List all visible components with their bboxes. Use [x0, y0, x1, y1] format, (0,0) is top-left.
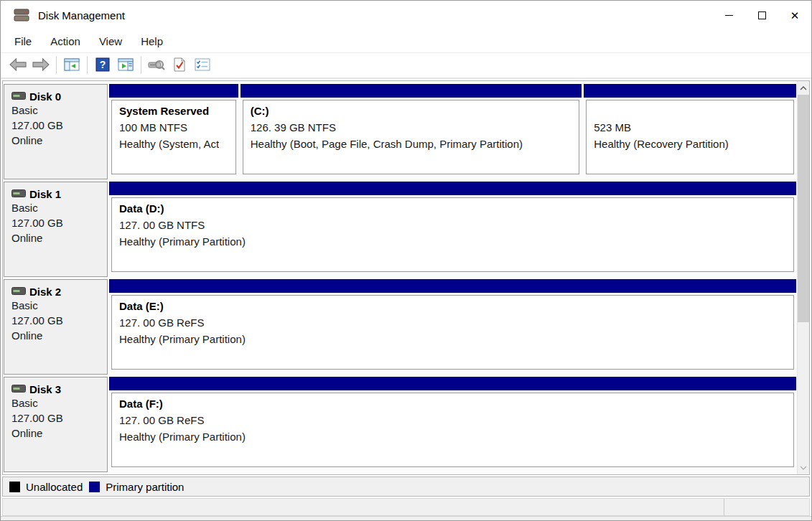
partition-health: Healthy (Primary Partition)	[119, 428, 786, 445]
chevron-down-icon	[800, 466, 807, 470]
console-tree-icon	[64, 58, 80, 73]
partition[interactable]: Data (E:) 127. 00 GB ReFS Healthy (Prima…	[109, 279, 796, 375]
show-console-tree-button[interactable]	[60, 55, 83, 76]
partition-health: Healthy (Primary Partition)	[119, 233, 786, 250]
disk-size: 127.00 GB	[11, 215, 101, 230]
partition[interactable]: 523 MB Healthy (Recovery Partition)	[584, 84, 796, 179]
partition-color-bar	[109, 279, 796, 293]
menu-item-file[interactable]: File	[5, 35, 41, 47]
disk-header[interactable]: Disk 1 Basic 127.00 GB Online	[4, 182, 108, 277]
disk-management-window: Disk Management ✕ File Action View Help …	[0, 0, 812, 521]
status-cell-left	[3, 499, 724, 515]
scroll-down-button[interactable]	[798, 461, 809, 474]
disk-title-line: Disk 0	[11, 90, 101, 103]
partition[interactable]: Data (D:) 127. 00 GB NTFS Healthy (Prima…	[109, 182, 796, 277]
status-cell-right	[724, 499, 809, 515]
partition-color-bar	[109, 84, 238, 98]
help-icon: ?	[95, 57, 110, 74]
disk-status: Online	[11, 230, 101, 245]
disk-title-line: Disk 2	[11, 285, 101, 298]
toolbar-separator	[87, 57, 88, 74]
action-pane-icon	[118, 58, 134, 73]
legend-label: Primary partition	[106, 481, 184, 493]
scrollbar-track[interactable]	[798, 322, 809, 461]
chevron-up-icon	[800, 86, 807, 90]
partition-color-bar	[584, 84, 796, 98]
window-bottom-strip	[1, 516, 811, 521]
disk-row: Disk 1 Basic 127.00 GB Online Data (D:) …	[4, 182, 796, 277]
disk-icon	[11, 285, 26, 298]
minimize-button[interactable]	[712, 1, 745, 29]
scroll-up-button[interactable]	[798, 81, 809, 95]
disk-name: Disk 2	[29, 286, 61, 298]
properties-list-button[interactable]	[191, 55, 214, 76]
partition-size-fs: 100 MB NTFS	[119, 119, 228, 136]
disk-header[interactable]: Disk 0 Basic 127.00 GB Online	[4, 84, 108, 179]
check-volume-button[interactable]	[168, 55, 191, 76]
unallocated-swatch	[9, 482, 20, 492]
back-arrow-icon	[9, 58, 27, 73]
maximize-button[interactable]	[745, 1, 778, 29]
legend-item-unallocated: Unallocated	[9, 481, 83, 493]
partition-health: Healthy (Recovery Partition)	[594, 136, 786, 152]
partition[interactable]: (C:) 126. 39 GB NTFS Healthy (Boot, Page…	[241, 84, 582, 179]
partition[interactable]: Data (F:) 127. 00 GB ReFS Healthy (Prima…	[109, 377, 796, 472]
partitions-area: Data (E:) 127. 00 GB ReFS Healthy (Prima…	[108, 279, 796, 375]
partition-health: Healthy (System, Act	[119, 136, 228, 152]
disk-size: 127.00 GB	[11, 118, 101, 133]
disk-graphical-view: Disk 0 Basic 127.00 GB Online System Res…	[2, 80, 810, 475]
close-button[interactable]: ✕	[778, 1, 811, 29]
partition-info-box: System Reserved 100 MB NTFS Healthy (Sys…	[111, 100, 236, 174]
partition-info-box: (C:) 126. 39 GB NTFS Healthy (Boot, Page…	[243, 100, 580, 174]
disk-rescan-icon	[148, 58, 165, 73]
disk-size: 127.00 GB	[11, 410, 101, 426]
partition[interactable]: System Reserved 100 MB NTFS Healthy (Sys…	[109, 84, 238, 179]
disk-header[interactable]: Disk 3 Basic 127.00 GB Online	[4, 377, 108, 472]
maximize-icon	[758, 11, 766, 19]
partition-size-fs: 126. 39 GB NTFS	[251, 119, 572, 136]
disk-status: Online	[11, 133, 101, 148]
disk-row: Disk 3 Basic 127.00 GB Online Data (F:) …	[4, 377, 796, 472]
disk-status: Online	[11, 426, 101, 441]
vertical-scrollbar[interactable]	[797, 81, 809, 474]
partition-size-fs: 127. 00 GB NTFS	[119, 217, 786, 233]
forward-button[interactable]	[29, 55, 52, 76]
disk-icon	[11, 90, 26, 103]
partitions-area: System Reserved 100 MB NTFS Healthy (Sys…	[108, 84, 796, 179]
disk-type: Basic	[11, 103, 101, 118]
disk-name: Disk 0	[29, 90, 61, 103]
partition-title: Data (D:)	[119, 201, 786, 217]
help-button[interactable]: ?	[91, 55, 114, 76]
partition-title: Data (F:)	[119, 396, 786, 412]
legend-bar: Unallocated Primary partition	[2, 477, 810, 497]
disk-header[interactable]: Disk 2 Basic 127.00 GB Online	[4, 279, 108, 375]
disk-icon	[11, 187, 26, 200]
window-title: Disk Management	[38, 9, 125, 22]
toolbar-separator	[141, 57, 141, 74]
disk-title-line: Disk 1	[11, 187, 101, 200]
menu-item-help[interactable]: Help	[131, 35, 172, 47]
disk-icon	[11, 382, 26, 395]
partition-title	[594, 103, 786, 119]
partition-health: Healthy (Primary Partition)	[119, 331, 786, 347]
scrollbar-thumb[interactable]	[798, 95, 809, 322]
show-action-pane-button[interactable]	[114, 55, 137, 76]
partition-title: Data (E:)	[119, 299, 786, 314]
menu-bar: File Action View Help	[1, 29, 811, 53]
disk-rescan-button[interactable]	[145, 55, 168, 76]
partition-size-fs: 127. 00 GB ReFS	[119, 412, 786, 428]
partition-title: (C:)	[251, 103, 572, 119]
legend-item-primary-partition: Primary partition	[89, 481, 184, 493]
partition-color-bar	[241, 84, 582, 98]
partition-info-box: Data (F:) 127. 00 GB ReFS Healthy (Prima…	[111, 393, 794, 467]
back-button[interactable]	[6, 55, 29, 76]
disk-name: Disk 1	[29, 188, 61, 200]
window-controls: ✕	[712, 1, 811, 29]
toolbar: ?	[1, 53, 811, 79]
partition-title: System Reserved	[119, 103, 228, 119]
menu-item-view[interactable]: View	[90, 35, 131, 47]
partition-info-box: Data (D:) 127. 00 GB NTFS Healthy (Prima…	[111, 197, 794, 272]
menu-item-action[interactable]: Action	[41, 35, 90, 47]
disk-size: 127.00 GB	[11, 313, 101, 328]
partition-color-bar	[109, 182, 796, 195]
